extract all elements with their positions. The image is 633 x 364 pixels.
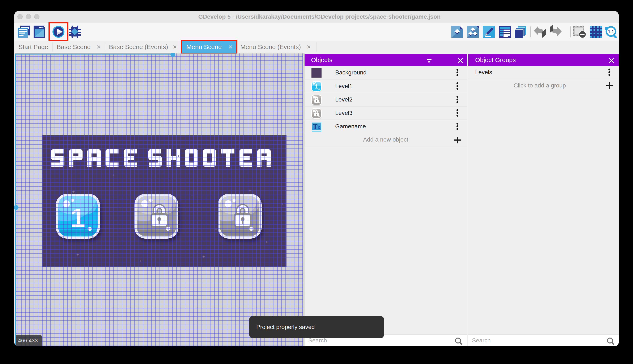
svg-text:1:1: 1:1 (608, 29, 614, 34)
